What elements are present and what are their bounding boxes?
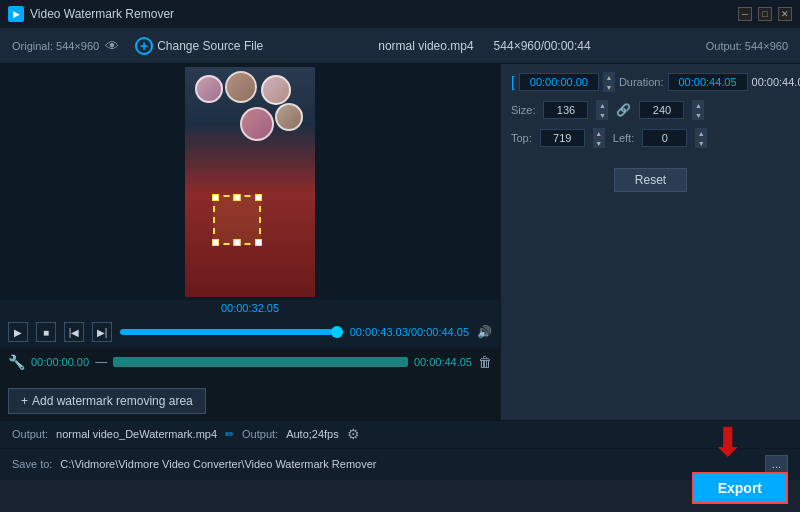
window-controls: ─ □ ✕	[738, 7, 792, 21]
app-icon: ▶	[8, 6, 24, 22]
add-watermark-area: + Add watermark removing area	[0, 376, 500, 420]
video-preview	[0, 64, 500, 300]
output-format: Auto;24fps	[286, 428, 339, 440]
bracket-open: [	[511, 74, 515, 90]
time-range-row: [ ▲ ▼ Duration: 00:00:44.05 ▲ ▼ ]	[511, 72, 790, 92]
volume-icon[interactable]: 🔊	[477, 325, 492, 339]
stop-button[interactable]: ■	[36, 322, 56, 342]
output-settings-label: Output:	[242, 428, 278, 440]
minimize-button[interactable]: ─	[738, 7, 752, 21]
segment-end: 00:00:44.05	[414, 356, 472, 368]
eye-icon[interactable]: 👁	[105, 38, 119, 54]
title-bar: ▶ Video Watermark Remover ─ □ ✕	[0, 0, 800, 28]
size-label: Size:	[511, 104, 535, 116]
height-up[interactable]: ▲	[692, 100, 704, 110]
width-input[interactable]	[543, 101, 588, 119]
save-bar: Save to: C:\Vidmore\Vidmore Video Conver…	[0, 449, 800, 480]
frame-back-button[interactable]: |◀	[64, 322, 84, 342]
reset-area: Reset	[511, 164, 790, 192]
plus-circle-icon: +	[135, 37, 153, 55]
add-watermark-label: Add watermark removing area	[32, 394, 193, 408]
frame-forward-button[interactable]: ▶|	[92, 322, 112, 342]
top-stepper[interactable]: ▲ ▼	[593, 128, 605, 148]
height-input[interactable]	[639, 101, 684, 119]
watermark-selection-box[interactable]	[213, 195, 261, 245]
plus-icon: +	[21, 394, 28, 408]
progress-track[interactable]	[120, 329, 342, 335]
current-time-display: 00:00:32.05	[221, 302, 279, 314]
segment-row: 🔧 00:00:00.00 — 00:00:44.05 🗑	[0, 348, 500, 376]
width-up[interactable]: ▲	[596, 100, 608, 110]
file-info: normal video.mp4 544×960/00:00:44	[279, 39, 690, 53]
output-filename: normal video_DeWatermark.mp4	[56, 428, 217, 440]
start-time-up[interactable]: ▲	[603, 72, 615, 82]
app-window: ▶ Video Watermark Remover ─ □ ✕ Original…	[0, 0, 800, 512]
left-stepper[interactable]: ▲ ▼	[695, 128, 707, 148]
full-bottom-bar: Output: normal video_DeWatermark.mp4 ✏ O…	[0, 420, 800, 480]
start-time-input[interactable]	[519, 73, 599, 91]
height-stepper[interactable]: ▲ ▼	[692, 100, 704, 120]
content-wrapper: 00:00:32.05 ▶ ■ |◀ ▶| 00:00:43.03/00:00:…	[0, 64, 800, 420]
gear-icon[interactable]: ⚙	[347, 426, 360, 442]
top-input[interactable]	[540, 129, 585, 147]
save-path: C:\Vidmore\Vidmore Video Converter\Video…	[60, 458, 756, 470]
save-label: Save to:	[12, 458, 52, 470]
start-time-stepper[interactable]: ▲ ▼	[603, 72, 615, 92]
add-watermark-button[interactable]: + Add watermark removing area	[8, 388, 206, 414]
original-dimensions: Original: 544×960	[12, 40, 99, 52]
change-source-label: Change Source File	[157, 39, 263, 53]
end-time: 00:00:44.05	[752, 76, 800, 88]
playback-bar: ▶ ■ |◀ ▶| 00:00:43.03/00:00:44.05 🔊	[0, 316, 500, 348]
link-icon[interactable]: 🔗	[616, 103, 631, 117]
size-row: Size: ▲ ▼ 🔗 ▲ ▼	[511, 100, 790, 120]
segment-bar[interactable]	[113, 357, 408, 367]
top-up[interactable]: ▲	[593, 128, 605, 138]
duration-input[interactable]	[668, 73, 748, 91]
width-stepper[interactable]: ▲ ▼	[596, 100, 608, 120]
segment-icon: 🔧	[8, 354, 25, 370]
height-down[interactable]: ▼	[692, 110, 704, 120]
left-down[interactable]: ▼	[695, 138, 707, 148]
delete-segment-icon[interactable]: 🗑	[478, 354, 492, 370]
width-down[interactable]: ▼	[596, 110, 608, 120]
video-frame	[185, 67, 315, 297]
progress-thumb	[331, 326, 343, 338]
left-label: Left:	[613, 132, 634, 144]
reset-button[interactable]: Reset	[614, 168, 687, 192]
file-dimensions: 544×960/00:00:44	[494, 39, 591, 53]
filename: normal video.mp4	[378, 39, 473, 53]
output-info: Output: 544×960	[706, 40, 788, 52]
top-down[interactable]: ▼	[593, 138, 605, 148]
app-title: Video Watermark Remover	[30, 7, 174, 21]
output-label: Output:	[12, 428, 48, 440]
left-up[interactable]: ▲	[695, 128, 707, 138]
red-arrow: ⬇	[711, 422, 745, 462]
start-time-down[interactable]: ▼	[603, 82, 615, 92]
progress-time-label: 00:00:32.05	[0, 300, 500, 316]
edit-icon[interactable]: ✏	[225, 428, 234, 441]
duration-label: Duration:	[619, 76, 664, 88]
export-button[interactable]: Export	[692, 472, 788, 504]
original-info: Original: 544×960 👁	[12, 38, 119, 54]
output-dimensions: Output: 544×960	[706, 40, 788, 52]
top-label: Top:	[511, 132, 532, 144]
segment-start: 00:00:00.00	[31, 356, 89, 368]
left-panel: 00:00:32.05 ▶ ■ |◀ ▶| 00:00:43.03/00:00:…	[0, 64, 500, 420]
title-bar-left: ▶ Video Watermark Remover	[8, 6, 174, 22]
output-bar: Output: normal video_DeWatermark.mp4 ✏ O…	[0, 421, 800, 449]
maximize-button[interactable]: □	[758, 7, 772, 21]
browse-button[interactable]: ...	[765, 455, 788, 473]
progress-fill	[120, 329, 337, 335]
time-display: 00:00:43.03/00:00:44.05	[350, 326, 469, 338]
play-button[interactable]: ▶	[8, 322, 28, 342]
top-toolbar: Original: 544×960 👁 + Change Source File…	[0, 28, 800, 64]
position-row: Top: ▲ ▼ Left: ▲ ▼	[511, 128, 790, 148]
change-source-button[interactable]: + Change Source File	[135, 37, 263, 55]
close-button[interactable]: ✕	[778, 7, 792, 21]
right-panel: [ ▲ ▼ Duration: 00:00:44.05 ▲ ▼ ] Size:	[500, 64, 800, 420]
left-input[interactable]	[642, 129, 687, 147]
